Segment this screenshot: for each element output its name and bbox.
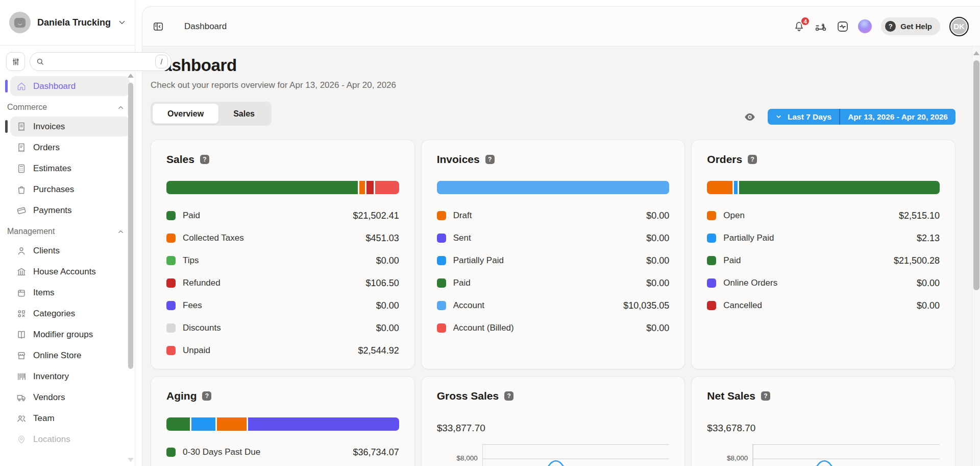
help-icon[interactable]: ? [761, 391, 770, 401]
active-indicator [5, 412, 8, 425]
scrollbar-thumb[interactable] [128, 83, 133, 369]
question-circle-icon: ? [885, 21, 896, 32]
gross-sales-card: Gross Sales ? $33,877.70 $8,000 [421, 376, 685, 466]
company-switcher[interactable]: Daniela Trucking ... [0, 0, 135, 45]
sidebar-item-team[interactable]: Team [10, 408, 130, 428]
sidebar-scrollbar[interactable] [128, 60, 134, 466]
notifications-button[interactable]: 4 [793, 20, 805, 32]
sidebar-item-vendors[interactable]: Vendors [10, 387, 130, 407]
date-filter: Last 7 Days Apr 13, 2026 - Apr 20, 2026 [768, 109, 955, 125]
sidebar-item-purchases[interactable]: Purchases [10, 179, 130, 199]
sidebar-item-inventory[interactable]: Inventory [10, 366, 130, 386]
orders-card: Orders ? Open $2,515.10 [691, 139, 955, 369]
sidebar-item-items[interactable]: Items [10, 283, 130, 302]
active-indicator [5, 204, 8, 217]
sidebar-item-modifier-groups[interactable]: Modifier groups [10, 324, 130, 344]
tab-overview[interactable]: Overview [153, 104, 218, 124]
items-icon [16, 288, 27, 298]
sidebar-item-payments[interactable]: Payments [10, 200, 130, 220]
line-series [752, 441, 967, 466]
legend-label: Draft [453, 211, 472, 221]
help-icon[interactable]: ? [200, 155, 209, 164]
bar-segment [217, 417, 247, 431]
scroll-up-arrow[interactable] [973, 51, 979, 55]
user-avatar[interactable]: DK [949, 17, 969, 36]
sidebar-item-locations[interactable]: Locations [10, 429, 130, 449]
legend-swatch [166, 211, 176, 220]
estimates-icon [16, 164, 27, 174]
legend-swatch [437, 301, 446, 310]
invoices-card: Invoices ? Draft $0.00 [421, 139, 685, 369]
sidebar-collapse-icon[interactable] [153, 21, 164, 32]
legend-value: $2,544.92 [358, 345, 399, 356]
date-range-button[interactable]: Apr 13, 2026 - Apr 20, 2026 [840, 109, 955, 125]
active-indicator [5, 80, 8, 92]
sidebar-item-orders[interactable]: Orders [10, 137, 130, 157]
net-sales-chart: $8,000 [707, 441, 940, 466]
sidebar-item-categories[interactable]: Categories [10, 304, 130, 323]
help-icon[interactable]: ? [748, 155, 757, 164]
orders-icon [16, 143, 27, 153]
company-name: Daniela Trucking ... [37, 17, 111, 28]
eye-icon[interactable] [743, 110, 756, 124]
activity-pulse-icon[interactable] [837, 20, 849, 33]
legend-row-partially-paid: Partially Paid $0.00 [437, 249, 670, 272]
adjustments-icon [11, 57, 20, 66]
legend-label: Partially Paid [723, 233, 774, 243]
get-help-button[interactable]: ? Get Help [881, 17, 940, 35]
chevron-up-icon[interactable] [117, 104, 125, 111]
legend-swatch [707, 301, 716, 310]
sidebar-section-commerce: Commerce [0, 97, 135, 115]
legend-swatch [707, 234, 716, 243]
sidebar-item-label: Categories [33, 309, 75, 319]
active-indicator [5, 141, 8, 154]
sidebar-item-estimates[interactable]: Estimates [10, 158, 130, 178]
net-sales-card: Net Sales ? $33,678.70 $8,000 [691, 376, 955, 466]
bar-segment [166, 181, 358, 194]
sidebar-item-house-accounts[interactable]: House Accounts [10, 262, 130, 282]
active-indicator [5, 307, 8, 320]
legend-label: Partially Paid [453, 255, 504, 266]
help-icon[interactable]: ? [504, 391, 513, 401]
scroll-down-arrow[interactable] [128, 458, 134, 462]
delivery-scooter-icon[interactable] [814, 20, 827, 33]
help-icon[interactable]: ? [485, 155, 495, 164]
sidebar-item-label: Invoices [33, 122, 65, 132]
sidebar-item-label: Purchases [33, 184, 74, 195]
legend-value: $106.50 [366, 278, 399, 289]
bar-segment [375, 181, 399, 194]
legend-row-refunded: Refunded $106.50 [166, 272, 399, 294]
legend-label: Paid [723, 255, 741, 266]
team-icon [16, 413, 27, 424]
y-axis-tick: $8,000 [707, 454, 748, 462]
sidebar-item-label: Clients [33, 246, 60, 256]
legend-row-fees: Fees $0.00 [166, 294, 399, 317]
legend-label: Tips [183, 255, 199, 266]
legend-row-cancelled: Cancelled $0.00 [707, 294, 940, 317]
assistant-orb[interactable] [858, 19, 872, 33]
legend-row-open: Open $2,515.10 [707, 204, 940, 227]
help-icon[interactable]: ? [202, 391, 211, 401]
active-indicator [5, 349, 8, 362]
categories-icon [16, 309, 27, 319]
tab-sales[interactable]: Sales [218, 104, 270, 124]
date-preset-label: Last 7 Days [788, 112, 831, 122]
scroll-up-arrow[interactable] [128, 74, 134, 78]
legend-label: Account (Billed) [453, 323, 514, 333]
filter-button[interactable] [6, 52, 25, 71]
sidebar-item-online-store[interactable]: Online Store [10, 345, 130, 365]
active-indicator [5, 328, 8, 341]
page-subtitle: Check out your reports overview for Apr … [151, 80, 955, 90]
sidebar-item-invoices[interactable]: Invoices [10, 116, 130, 136]
search-input[interactable] [48, 57, 152, 66]
legend-value: $0.00 [646, 323, 669, 334]
sidebar-item-label: Dashboard [33, 81, 76, 91]
date-preset-button[interactable]: Last 7 Days [768, 109, 840, 125]
chevron-up-icon[interactable] [117, 228, 125, 236]
search-box[interactable]: / [30, 52, 172, 71]
scrollbar-thumb[interactable] [973, 60, 979, 290]
sidebar-item-dashboard[interactable]: Dashboard [10, 76, 130, 96]
locations-icon [16, 434, 27, 445]
sidebar-item-clients[interactable]: Clients [10, 241, 130, 261]
page-scrollbar[interactable] [972, 46, 980, 466]
